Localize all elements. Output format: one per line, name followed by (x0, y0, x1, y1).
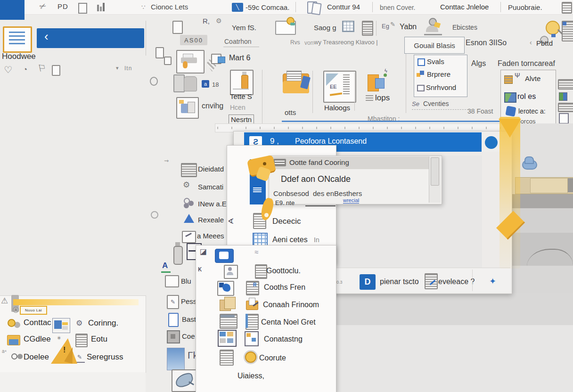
menu-item-dececic[interactable]: Dececic (272, 217, 301, 226)
blue-gradient-swatch[interactable] (167, 348, 185, 370)
cventies-label[interactable]: Cventies (423, 100, 449, 107)
card-icon (273, 159, 286, 166)
nesrtn-label[interactable]: Nesrtn (229, 114, 254, 124)
mini-doc-icon (156, 47, 164, 58)
flag-icon[interactable]: ⚐ (37, 61, 48, 74)
side-item-blu[interactable]: Blu (181, 277, 191, 285)
menu-item-0[interactable]: Goottoclu. (266, 267, 301, 275)
svals-label[interactable]: Svals (427, 57, 444, 65)
window-edge-line (282, 121, 501, 122)
se-glyph: Se (412, 100, 419, 107)
tette-icon[interactable] (230, 70, 254, 95)
side-item-samcati[interactable]: Samcati (198, 183, 223, 191)
side-item-inew[interactable]: INew a.Er (198, 200, 229, 208)
roles-label[interactable]: rol es (517, 92, 536, 101)
titlebar-item-conttur[interactable]: Conttur 94 (327, 3, 360, 11)
overlay-line2[interactable]: Ddef aon ONcalde (281, 174, 351, 184)
aeni-suffix-label: In (314, 236, 319, 244)
chevron-icon: ‹ (530, 39, 532, 46)
context-item-cgdlee[interactable]: CGdlee (24, 335, 51, 344)
context-item-seregruss[interactable]: Seregruss (87, 352, 123, 362)
menu-item-5[interactable]: Coorute (259, 354, 286, 362)
ee-glyph: EE (330, 84, 337, 90)
context-item-corinng[interactable]: Corinng. (88, 318, 118, 328)
titlebar-item-conttac[interactable]: Conttac Jnleloe (440, 3, 489, 11)
titlebar-item-puuobraie[interactable]: Puuobraie. (508, 3, 542, 11)
back-nav-button[interactable]: ‹ (37, 28, 144, 48)
snrhvond-label[interactable]: Snrhvond (426, 83, 456, 91)
overlay-link[interactable]: wrecial (343, 197, 359, 204)
menu-item-2[interactable]: Conaah Frinoom (263, 301, 319, 309)
square-icon[interactable] (78, 3, 87, 14)
cnvihg-icon[interactable] (176, 97, 199, 119)
clipboard-menu-icon (255, 264, 267, 279)
people-icon[interactable] (423, 17, 444, 40)
gouail-panel[interactable]: Gouail Blasis (404, 37, 465, 54)
scrollbar-thumb[interactable] (431, 157, 439, 186)
check-badge-icon: ╲ (232, 3, 243, 12)
app-corner-button[interactable] (0, 0, 25, 20)
clock-icon[interactable]: ◔ (23, 65, 27, 74)
blue-d-icon (215, 249, 234, 263)
side-item-coe[interactable]: Coe (182, 332, 195, 340)
menu-item-6[interactable]: Uiaiess, (237, 372, 264, 380)
haloogs-icon[interactable]: EE (323, 71, 356, 103)
side-item-rexeale[interactable]: Rexeale (198, 216, 224, 224)
titlebar-item-bnen[interactable]: bnen Cover. (380, 4, 416, 11)
footer-action-eveleace[interactable]: eveleace ? (438, 278, 475, 286)
nib-icon: ∢ (228, 217, 234, 226)
people-pair-icon (11, 353, 17, 359)
lops-lines-icon (366, 95, 373, 101)
tette-label: Tette S (230, 92, 252, 100)
printer-frame-icon[interactable] (176, 50, 205, 74)
doc-r-icon: R (246, 281, 259, 295)
a4-glyph: a⁴ (2, 349, 7, 354)
blue-circle-button[interactable] (485, 136, 498, 149)
brprere-label[interactable]: Brprere (427, 70, 450, 78)
titlebar-item-conoc[interactable]: Cionoc Lets (151, 3, 188, 11)
yellow-highlight-bar (13, 299, 139, 305)
lops-icon[interactable]: ϟ (366, 72, 389, 94)
grid-page-icon (245, 331, 259, 346)
door-icon[interactable] (173, 74, 185, 92)
dark-underline (305, 205, 336, 206)
gear-icon[interactable]: ⚙ (216, 17, 222, 24)
footer-doc-icon[interactable] (425, 273, 438, 289)
doc-lines-icon[interactable] (362, 21, 373, 36)
side-item-pess[interactable]: Pess (181, 297, 196, 305)
zap-icon: ϟ (385, 68, 387, 74)
side-item-bast[interactable]: Bast (182, 315, 196, 323)
doc-icon[interactable] (172, 21, 183, 34)
divider (472, 270, 473, 291)
titlebar-item-comcaa[interactable]: -59c Comcaa. (246, 3, 289, 11)
divider (295, 2, 296, 12)
d-button[interactable]: D (360, 274, 376, 290)
alvte-label[interactable]: Alvte (525, 74, 540, 82)
sparkle-icon[interactable]: ✦ (489, 276, 496, 286)
context-item-doelee[interactable]: Doelee (24, 352, 49, 362)
context-item-eotu[interactable]: Eotu (91, 335, 107, 344)
footer-micro-label: 0.3 (336, 280, 343, 285)
menu-item-1[interactable]: Cooths Fren (264, 283, 305, 292)
rvs-label: Rvs (290, 39, 300, 46)
chart-icon[interactable] (97, 3, 106, 11)
context-item-conttac[interactable]: Conttac (24, 318, 51, 327)
side-item-dieidatd[interactable]: Dieidatd (198, 165, 224, 173)
gray-band-dark (511, 194, 573, 208)
list-tool-button[interactable] (3, 26, 32, 53)
menu-item-4[interactable]: Conatastng (264, 335, 303, 343)
side-item-meees[interactable]: a Meees (197, 232, 224, 240)
hcen-label: Hcen (230, 104, 246, 111)
clipboard-icon[interactable] (52, 65, 60, 76)
notes-icon[interactable] (562, 2, 572, 14)
dots-icon: ∵ (141, 4, 145, 11)
menu-item-aeni[interactable]: Aeni cetes (272, 236, 308, 244)
table-icon[interactable] (342, 21, 354, 32)
heart-icon[interactable]: ♡ (4, 64, 12, 75)
menu-item-3[interactable]: Centa Noel Gret (261, 318, 316, 327)
meees-icon (182, 231, 196, 243)
otts-icon[interactable] (282, 71, 311, 100)
lerotec-label[interactable]: lerotec a: (518, 107, 546, 115)
cloud-icon-top (524, 156, 534, 164)
footer-action-pienar[interactable]: pienar tscto (380, 278, 419, 286)
